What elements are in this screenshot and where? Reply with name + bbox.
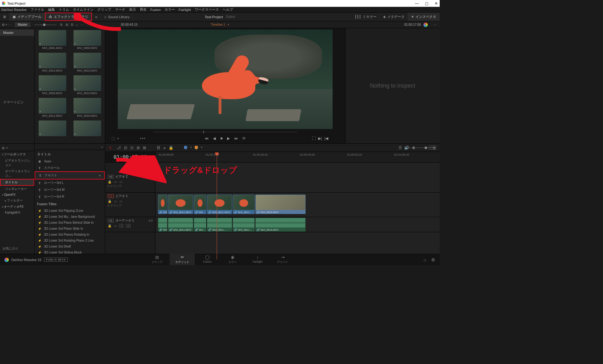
auto-select-icon[interactable]: ▭ <box>114 224 117 228</box>
fx-item[interactable]: ⚡3D Lower 3rd Plane Slide In <box>35 226 105 232</box>
video-clip[interactable]: 🔗MVI_0011.MOV <box>168 195 193 214</box>
menu-item[interactable]: ヘルプ <box>223 7 233 12</box>
menu-item[interactable]: クリップ <box>97 7 111 12</box>
snap-icon[interactable]: ⸙ <box>164 146 166 150</box>
sound-library-button[interactable]: ♫ Sound Library <box>100 13 133 21</box>
audio-clip[interactable]: 🔗MV… <box>194 218 206 232</box>
volume-slider[interactable] <box>411 147 427 148</box>
disable-icon[interactable]: ▭ <box>119 200 122 203</box>
clip-item[interactable]: MVI_0013.MOV <box>71 75 103 95</box>
page-media[interactable]: ▤メディア <box>144 254 170 265</box>
menu-item[interactable]: 編集 <box>48 7 55 12</box>
clip-item[interactable]: MVI_0015.MOV <box>71 98 103 117</box>
fullscreen-icon[interactable]: ⛶ <box>312 136 316 141</box>
settings-button[interactable]: ⚙ <box>431 257 435 262</box>
volume-icon[interactable]: 🔊 <box>405 146 409 150</box>
list-view-icon[interactable]: ☰ <box>71 23 73 26</box>
video-clip[interactable]: 🔗MV… <box>158 195 167 214</box>
track-a1[interactable]: 🔗MV… 🔗MVI_0011.MOV 🔗MV… 🔗MVI_0011… 🔗MVI_… <box>155 217 440 232</box>
menu-item[interactable]: カラー <box>165 7 175 12</box>
fx-category-audiofx[interactable]: ▿ オーディオFX <box>0 204 34 210</box>
lock-icon[interactable]: 🔒 <box>169 146 173 150</box>
clip-item[interactable]: MVI_0001.MOV <box>36 30 68 50</box>
metadata-button[interactable]: ◈ メタデータ <box>380 13 408 21</box>
mixer-button[interactable]: ┇┇┇ ミキサー <box>351 13 380 21</box>
clip-item[interactable]: MVI_0014.MOV <box>36 53 68 72</box>
fx-item-text[interactable]: Tテキスト★ <box>35 171 105 179</box>
lock-icon[interactable]: 🔒 <box>108 224 111 228</box>
clip-item[interactable] <box>36 120 68 136</box>
insert-tool-icon[interactable]: ⊟ <box>124 146 127 150</box>
bypass-color-icon[interactable] <box>423 23 428 27</box>
fx-category-openfx[interactable]: ▿ OpenFX <box>0 192 34 197</box>
play-button[interactable]: ▶ <box>227 136 230 141</box>
fx-item[interactable]: ⚡3D Lower 3rd Shelf <box>35 244 105 249</box>
disable-icon[interactable]: ▭ <box>119 180 122 184</box>
menu-item[interactable]: 表示 <box>129 7 136 12</box>
bin-view-icon[interactable]: ⊞ <box>2 23 4 26</box>
sort-icon[interactable]: ⇅ <box>60 23 62 26</box>
timeline-timecode[interactable]: 01:00:17:06 <box>105 152 155 163</box>
go-to-out-icon[interactable]: |◀ <box>324 136 328 141</box>
video-clip[interactable]: 🔗MVI_0011.MOV <box>207 195 232 214</box>
track-header-v1[interactable]: V1ビデオ 1 🔒▭▭ 6 クリップ <box>105 193 155 217</box>
page-fusion[interactable]: ◯Fusion <box>195 254 220 265</box>
grid-view-icon[interactable]: ⊞ <box>66 23 68 26</box>
bin-master[interactable]: Master <box>0 29 34 36</box>
fx-category-fairlightfx[interactable]: FairlightFX <box>0 210 34 215</box>
audio-clip[interactable]: 🔗MVI_0011… <box>233 218 255 232</box>
menu-item[interactable]: Fairlight <box>179 8 191 12</box>
fx-item[interactable]: ⚡3D Lower 3rd Plane Behind Slide In <box>35 220 105 226</box>
menu-item[interactable]: タイムライン <box>73 7 94 12</box>
track-v1[interactable]: 🔗MV… 🔗MVI_0011.MOV 🔗MV… 🔗MVI_0011.MOV 🔗M… <box>155 193 440 217</box>
next-frame-button[interactable]: ⏭ <box>234 136 238 141</box>
video-clip[interactable]: 🔗MV… <box>194 195 206 214</box>
audio-clip[interactable]: 🔗MVI_0011.MOV <box>168 218 193 232</box>
maximize-button[interactable]: ▢ <box>425 1 428 6</box>
clip-item[interactable]: MVI_0003.MOV <box>36 75 68 95</box>
effects-library-button[interactable]: ⁂ エフェクトライブラリ <box>45 13 92 21</box>
page-deliver[interactable]: ⇥デリバー <box>270 254 295 265</box>
fx-category-filters[interactable]: ▸ フィルター <box>0 197 34 204</box>
transform-icon[interactable]: ⬚ <box>111 136 115 141</box>
page-edit[interactable]: ✂エディット <box>170 254 195 265</box>
home-button[interactable]: ⌂ <box>424 257 426 262</box>
overwrite-tool-icon[interactable]: ⊡ <box>130 146 133 150</box>
fx-category-titles[interactable]: タイトル <box>0 179 34 186</box>
lock-icon[interactable]: 🔒 <box>108 200 111 203</box>
playhead[interactable] <box>217 153 217 260</box>
menu-item[interactable]: Fusion <box>150 8 161 12</box>
jog-bar[interactable] <box>105 130 345 133</box>
menu-item[interactable]: マーク <box>115 7 125 12</box>
audio-clip[interactable]: 🔗MVI_0011… <box>207 218 232 232</box>
fx-item[interactable]: Tローワー3rd R <box>35 193 105 200</box>
clip-item[interactable]: MVI_0011.MOV <box>36 98 68 117</box>
chevron-down-icon[interactable]: ▾ <box>228 23 229 26</box>
minimize-button[interactable]: — <box>415 1 419 6</box>
video-clip[interactable]: 🔗MVI_0015.MOV <box>255 195 306 214</box>
search-icon[interactable]: ⌕ <box>76 23 78 26</box>
clip-item[interactable] <box>71 120 103 136</box>
flag-icon[interactable] <box>184 146 187 150</box>
go-to-in-icon[interactable]: ▶| <box>318 136 322 141</box>
menu-item[interactable]: ファイル <box>30 7 44 12</box>
fx-category-generators[interactable]: ジェネレーター <box>0 186 34 192</box>
fx-category-audio-transitions[interactable]: オーディオトランジ… <box>0 168 34 179</box>
timeline-tracks[interactable]: 01:00:00:00 01:00:13:1 01:00:26:20 01:00… <box>155 152 440 260</box>
nav-fwd-icon[interactable]: › <box>10 23 11 26</box>
timeline-view-icon[interactable]: ☰ <box>399 146 402 150</box>
fx-item[interactable]: Tローワー3rd M <box>35 186 105 193</box>
fx-item[interactable]: ⚡3D Lower 3rd Mu…lane Background <box>35 214 105 220</box>
options-icon[interactable]: ⋯ <box>80 23 84 26</box>
auto-select-icon[interactable]: ▭ <box>114 200 117 203</box>
track-header-a1[interactable]: A1オーディオ 12.0 🔒▭SM <box>105 217 155 232</box>
list-view-icon[interactable]: ⊞ <box>2 146 4 150</box>
blade-tool-icon[interactable]: ⎇ <box>117 146 121 150</box>
menu-item[interactable]: DaVinci Resolve <box>1 8 27 12</box>
track-header-v2[interactable]: V2ビデオ 2 🔒▭▭ 0 クリップ <box>105 173 155 193</box>
close-button[interactable]: ✕ <box>435 1 438 6</box>
marker-icon[interactable] <box>195 146 198 150</box>
audio-clip[interactable]: 🔗MVI_0015.MOV <box>255 218 306 232</box>
fx-item[interactable]: ⚡3D Lower 3rd Flipping 2Line <box>35 208 105 214</box>
layout-preset-button[interactable]: ⊞ <box>0 13 9 21</box>
